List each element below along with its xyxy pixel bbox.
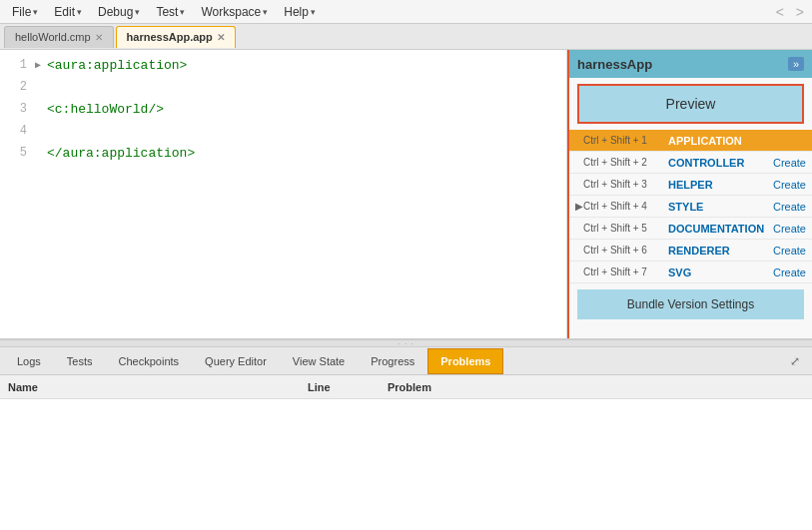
panel-expand-button[interactable]: » bbox=[788, 57, 804, 71]
code-line: 4 bbox=[0, 120, 566, 142]
line-number: 2 bbox=[0, 80, 35, 94]
code-line: 2 bbox=[0, 76, 566, 98]
menu-edit-arrow: ▾ bbox=[77, 7, 82, 17]
code-text: <aura:application> bbox=[47, 58, 187, 73]
shortcut-label[interactable]: SVG bbox=[668, 266, 773, 278]
line-number: 3 bbox=[0, 102, 35, 116]
menu-help[interactable]: Help ▾ bbox=[276, 3, 324, 21]
resize-handle[interactable]: · · · bbox=[0, 339, 812, 347]
menu-workspace-arrow: ▾ bbox=[263, 7, 268, 17]
bundle-version-settings-button[interactable]: Bundle Version Settings bbox=[577, 289, 804, 319]
shortcut-keys: Ctrl + Shift + 3 bbox=[583, 179, 668, 190]
bottom-tab-progress[interactable]: Progress bbox=[358, 348, 427, 374]
bottom-panel: LogsTestsCheckpointsQuery EditorView Sta… bbox=[0, 347, 812, 530]
shortcut-row[interactable]: Ctrl + Shift + 7SVGCreate bbox=[569, 262, 812, 283]
shortcut-keys: Ctrl + Shift + 1 bbox=[583, 135, 668, 146]
code-line: 3 <c:helloWorld/> bbox=[0, 98, 566, 120]
shortcut-keys: Ctrl + Shift + 7 bbox=[583, 266, 668, 277]
shortcut-action[interactable]: Create bbox=[773, 245, 806, 257]
menu-bar: File ▾ Edit ▾ Debug ▾ Test ▾ Workspace ▾… bbox=[0, 0, 812, 24]
menu-debug-arrow: ▾ bbox=[135, 7, 140, 17]
shortcut-label[interactable]: APPLICATION bbox=[668, 135, 806, 147]
shortcut-row[interactable]: Ctrl + Shift + 1APPLICATION bbox=[569, 130, 812, 152]
shortcut-row[interactable]: Ctrl + Shift + 5DOCUMENTATIONCreate bbox=[569, 218, 812, 240]
panel-header: harnessApp » bbox=[569, 50, 812, 78]
line-number: 5 bbox=[0, 146, 35, 160]
menu-nav: < > bbox=[772, 4, 808, 20]
menu-help-arrow: ▾ bbox=[311, 7, 316, 17]
menu-workspace[interactable]: Workspace ▾ bbox=[193, 3, 276, 21]
shortcut-keys: Ctrl + Shift + 2 bbox=[583, 157, 668, 168]
bottom-tab-checkpoints[interactable]: Checkpoints bbox=[106, 348, 193, 374]
shortcut-label[interactable]: STYLE bbox=[668, 201, 773, 213]
shortcut-row[interactable]: ▶Ctrl + Shift + 4STYLECreate bbox=[569, 196, 812, 218]
shortcut-arrow: ▶ bbox=[575, 201, 583, 212]
main-area: 1▶<aura:application>23 <c:helloWorld/>45… bbox=[0, 50, 812, 339]
right-panel: harnessApp » Preview Ctrl + Shift + 1APP… bbox=[567, 50, 812, 338]
menu-debug[interactable]: Debug ▾ bbox=[90, 3, 148, 21]
editor-tab-bar: helloWorld.cmp ✕ harnessApp.app ✕ bbox=[0, 24, 812, 50]
close-harnessapp[interactable]: ✕ bbox=[217, 32, 225, 43]
panel-title: harnessApp bbox=[577, 57, 652, 72]
shortcut-label[interactable]: DOCUMENTATION bbox=[668, 223, 773, 235]
nav-back[interactable]: < bbox=[772, 4, 788, 20]
bottom-tab-query-editor[interactable]: Query Editor bbox=[192, 348, 280, 374]
code-line: 5</aura:application> bbox=[0, 142, 566, 164]
shortcut-action[interactable]: Create bbox=[773, 179, 806, 191]
bottom-panel-expand-icon[interactable]: ⤢ bbox=[782, 354, 808, 368]
shortcut-keys: Ctrl + Shift + 6 bbox=[583, 245, 668, 256]
bottom-tab-logs[interactable]: Logs bbox=[4, 348, 54, 374]
tab-helloworld[interactable]: helloWorld.cmp ✕ bbox=[4, 26, 114, 48]
col-header-line: Line bbox=[308, 381, 388, 393]
bottom-tab-view-state[interactable]: View State bbox=[280, 348, 358, 374]
shortcut-action[interactable]: Create bbox=[773, 201, 806, 213]
shortcut-row[interactable]: Ctrl + Shift + 2CONTROLLERCreate bbox=[569, 152, 812, 174]
menu-test[interactable]: Test ▾ bbox=[148, 3, 193, 21]
tab-harnessapp[interactable]: harnessApp.app ✕ bbox=[116, 26, 236, 48]
shortcut-action[interactable]: Create bbox=[773, 157, 806, 169]
shortcut-action[interactable]: Create bbox=[773, 223, 806, 235]
line-number: 4 bbox=[0, 124, 35, 138]
line-number: 1 bbox=[0, 58, 35, 72]
close-helloworld[interactable]: ✕ bbox=[95, 32, 103, 43]
shortcut-keys: Ctrl + Shift + 4 bbox=[583, 201, 668, 212]
bottom-tab-tests[interactable]: Tests bbox=[54, 348, 106, 374]
col-header-name: Name bbox=[8, 381, 308, 393]
shortcut-label[interactable]: CONTROLLER bbox=[668, 157, 773, 169]
code-text: </aura:application> bbox=[47, 146, 195, 161]
line-arrow-indicator: ▶ bbox=[35, 59, 47, 71]
bottom-tab-bar: LogsTestsCheckpointsQuery EditorView Sta… bbox=[0, 347, 812, 375]
col-header-problem: Problem bbox=[388, 381, 804, 393]
menu-test-arrow: ▾ bbox=[180, 7, 185, 17]
shortcut-action[interactable]: Create bbox=[773, 266, 806, 278]
shortcut-row[interactable]: Ctrl + Shift + 6RENDERERCreate bbox=[569, 240, 812, 262]
shortcut-row[interactable]: Ctrl + Shift + 3HELPERCreate bbox=[569, 174, 812, 196]
shortcut-label[interactable]: HELPER bbox=[668, 179, 773, 191]
code-editor[interactable]: 1▶<aura:application>23 <c:helloWorld/>45… bbox=[0, 50, 567, 338]
bottom-tab-problems[interactable]: Problems bbox=[427, 348, 503, 374]
menu-file-arrow: ▾ bbox=[33, 7, 38, 17]
nav-forward[interactable]: > bbox=[792, 4, 808, 20]
problems-area: Name Line Problem bbox=[0, 375, 812, 530]
menu-file[interactable]: File ▾ bbox=[4, 3, 46, 21]
shortcuts-table: Ctrl + Shift + 1APPLICATIONCtrl + Shift … bbox=[569, 130, 812, 283]
menu-edit[interactable]: Edit ▾ bbox=[46, 3, 90, 21]
shortcut-keys: Ctrl + Shift + 5 bbox=[583, 223, 668, 234]
code-line: 1▶<aura:application> bbox=[0, 54, 566, 76]
code-text: <c:helloWorld/> bbox=[47, 102, 164, 117]
shortcut-label[interactable]: RENDERER bbox=[668, 245, 773, 257]
problems-header: Name Line Problem bbox=[0, 375, 812, 399]
preview-button[interactable]: Preview bbox=[577, 84, 804, 124]
